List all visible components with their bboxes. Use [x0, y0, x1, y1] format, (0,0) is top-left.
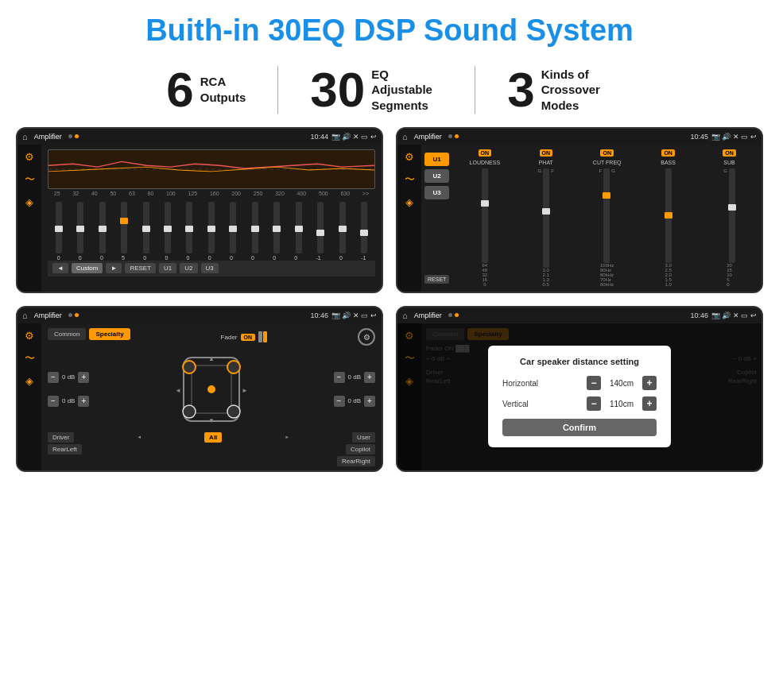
- stat-rca: 6 RCAOutputs: [134, 65, 277, 114]
- vertical-plus[interactable]: +: [642, 396, 657, 411]
- loudness-on-badge[interactable]: ON: [479, 149, 492, 157]
- tab-common[interactable]: Common: [48, 328, 86, 340]
- speaker-icon-3[interactable]: ◈: [25, 375, 33, 387]
- bottom-controls-3: Driver ◄ All ► User: [48, 432, 375, 443]
- ch-loudness-header: ON: [479, 149, 492, 157]
- car-diagram: ▲ ▼ ◄ ►: [172, 350, 251, 429]
- eq-u2-btn[interactable]: U2: [180, 263, 197, 273]
- u3-btn[interactable]: U3: [424, 186, 449, 199]
- eq-slider-0[interactable]: [56, 202, 62, 253]
- stat-number-rca: 6: [166, 65, 193, 114]
- settings-icon[interactable]: ⚙: [358, 328, 375, 346]
- eq-u3-btn[interactable]: U3: [201, 263, 219, 273]
- cutfreq-label: CUT FREQ: [593, 160, 622, 165]
- speaker-layout: − 0 dB + − 0 dB +: [48, 350, 375, 429]
- vertical-minus[interactable]: −: [587, 396, 601, 411]
- eq-slider-10[interactable]: [273, 202, 280, 253]
- db-br-value: 0 dB: [348, 397, 361, 404]
- eq-slider-3[interactable]: [121, 202, 127, 253]
- eq-slider-9[interactable]: [252, 202, 258, 253]
- eq-slider-8[interactable]: [230, 202, 236, 253]
- db-br-plus[interactable]: +: [364, 396, 375, 407]
- eq-slider-7[interactable]: [208, 202, 215, 253]
- eq-prev-btn[interactable]: ◄: [52, 263, 68, 273]
- db-bl-plus[interactable]: +: [78, 396, 89, 407]
- screen3-body: ⚙ 〜 ◈ Common Specialty Fader ON: [17, 323, 382, 470]
- eq-icon-3[interactable]: ⚙: [25, 330, 34, 342]
- tab-specialty[interactable]: Specialty: [89, 328, 130, 340]
- eq-slider-6[interactable]: [186, 202, 192, 253]
- screen1-title: Amplifier: [34, 133, 62, 141]
- u1-btn[interactable]: U1: [424, 153, 449, 166]
- stat-crossover: 3 Kinds ofCrossover Modes: [475, 65, 644, 114]
- db-tr-minus[interactable]: −: [334, 372, 345, 383]
- ch-cutfreq: ON CUT FREQ F G 100Hz90Hz80kHz70Hz60kHz: [578, 149, 636, 287]
- db-tl-plus[interactable]: +: [78, 372, 89, 383]
- time-1: 10:44: [310, 133, 328, 141]
- confirm-button[interactable]: Confirm: [502, 419, 657, 436]
- wave-icon-2[interactable]: 〜: [405, 172, 415, 187]
- btn-rearleft[interactable]: RearLeft: [48, 444, 82, 454]
- vertical-control: − 110cm +: [587, 396, 657, 411]
- eq-play-btn[interactable]: ►: [106, 263, 122, 273]
- wave-icon-3[interactable]: 〜: [25, 351, 35, 365]
- cutfreq-on-badge[interactable]: ON: [600, 149, 614, 157]
- dialog-title: Car speaker distance setting: [502, 357, 657, 366]
- status-icons-2: 📷 🔊 ✕ ▭ ↩: [711, 133, 757, 141]
- phat-on-badge[interactable]: ON: [540, 149, 553, 157]
- eq-u1-btn[interactable]: U1: [159, 263, 176, 273]
- db-tr: − 0 dB +: [334, 372, 375, 383]
- horizontal-plus[interactable]: +: [642, 376, 657, 390]
- btn-rearright[interactable]: RearRight: [337, 456, 375, 466]
- speaker-icon-2[interactable]: ◈: [405, 196, 413, 208]
- fader-on-badge[interactable]: ON: [241, 334, 256, 341]
- eq-slider-13[interactable]: [339, 202, 346, 253]
- crossover-panel: ON LOUDNESS 644832160 ON PHAT: [452, 145, 762, 292]
- side-icons-2: ⚙ 〜 ◈: [397, 145, 421, 292]
- crossover-reset-btn[interactable]: RESET: [424, 275, 449, 284]
- bass-on-badge[interactable]: ON: [661, 149, 675, 157]
- eq-icon[interactable]: ⚙: [25, 151, 34, 163]
- horizontal-minus[interactable]: −: [587, 376, 601, 390]
- speaker-icon[interactable]: ◈: [25, 196, 33, 208]
- svg-point-7: [227, 405, 240, 418]
- db-br-minus[interactable]: −: [334, 396, 345, 407]
- eq-icon-2[interactable]: ⚙: [405, 151, 414, 163]
- db-tl-value: 0 dB: [62, 373, 75, 381]
- stat-label-eq: EQ AdjustableSegments: [371, 67, 443, 114]
- side-icons-1: ⚙ 〜 ◈: [17, 145, 41, 292]
- fader-tabs: Common Specialty: [48, 328, 130, 340]
- screen2-title: Amplifier: [414, 133, 442, 141]
- eq-slider-5[interactable]: [165, 202, 171, 253]
- eq-slider-1[interactable]: [77, 202, 83, 253]
- distance-dialog: Car speaker distance setting Horizontal …: [488, 346, 671, 447]
- eq-slider-12[interactable]: [317, 202, 324, 253]
- dot-7: [448, 313, 452, 317]
- btn-copilot[interactable]: Copilot: [346, 444, 375, 454]
- bottom-controls-3c: RearRight: [48, 456, 375, 466]
- status-icons-1: 📷 🔊 ✕ ▭ ↩: [331, 133, 377, 141]
- btn-user[interactable]: User: [352, 432, 375, 443]
- btn-driver[interactable]: Driver: [48, 432, 74, 443]
- db-tr-plus[interactable]: +: [364, 372, 375, 383]
- home-icon-2: ⌂: [402, 132, 408, 141]
- dot-5: [68, 313, 72, 317]
- eq-slider-2[interactable]: [99, 202, 106, 253]
- eq-freq-labels: 2532405063 80100125160200 25032040050063…: [48, 191, 375, 196]
- eq-reset-btn[interactable]: RESET: [125, 263, 156, 273]
- eq-slider-14[interactable]: [361, 202, 367, 253]
- eq-slider-11[interactable]: [296, 202, 302, 253]
- db-tr-value: 0 dB: [348, 373, 361, 381]
- status-dots-2: [448, 134, 459, 138]
- db-br: − 0 dB +: [334, 396, 375, 407]
- db-tl-minus[interactable]: −: [48, 372, 59, 383]
- eq-slider-4[interactable]: [143, 202, 149, 253]
- db-bl-minus[interactable]: −: [48, 396, 59, 407]
- eq-custom-btn[interactable]: Custom: [72, 263, 103, 273]
- btn-all[interactable]: All: [204, 432, 222, 443]
- u2-btn[interactable]: U2: [424, 169, 449, 183]
- wave-icon[interactable]: 〜: [25, 172, 35, 187]
- sub-on-badge[interactable]: ON: [723, 149, 736, 157]
- phat-label: PHAT: [539, 160, 553, 165]
- ch-loudness: ON LOUDNESS 644832160: [455, 149, 514, 287]
